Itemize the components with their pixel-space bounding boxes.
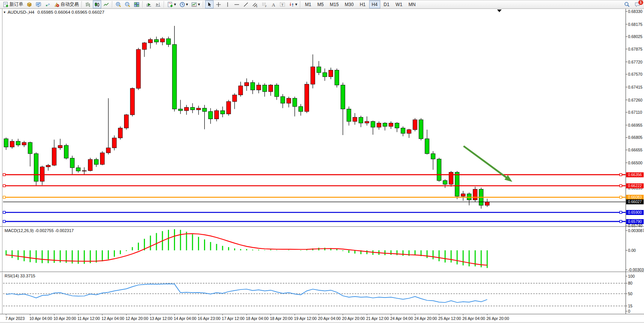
tile-windows-button[interactable] (132, 0, 141, 8)
button-label: M15 (330, 2, 338, 7)
timeframe-W1-button[interactable]: W1 (393, 0, 405, 8)
timeframe-H4-button[interactable]: H4 (369, 0, 380, 8)
price-axis-tick: 0.67415 (628, 85, 642, 89)
chevron-down-icon[interactable]: ▾ (186, 2, 188, 7)
timeframe-M30-button[interactable]: M30 (342, 0, 356, 8)
button-label: 新订单 (10, 1, 23, 8)
cursor-icon (206, 2, 212, 8)
candles-button[interactable] (93, 0, 101, 8)
macd-axis-tick: -0.003033 (628, 267, 644, 272)
signal-button[interactable] (43, 0, 52, 8)
timeframe-H1-button[interactable]: H1 (357, 0, 368, 8)
macd-histogram (6, 229, 487, 268)
chart-shift-button[interactable] (154, 0, 162, 8)
shapes-icon (289, 2, 295, 8)
toolbar: 新订单自动交易▾▾▾EFAT▾M1M5M15M30H1H4D1W1MN1 (0, 0, 644, 9)
text-button[interactable]: A (269, 0, 277, 8)
symbol-name: AUDUSD-,H4 (8, 10, 34, 14)
macd-name: MACD(12,26,9) (5, 228, 33, 233)
vline-icon (225, 2, 231, 8)
time-axis-label: 12 Apr 20:00 (126, 316, 148, 321)
search-button[interactable] (623, 1, 631, 9)
candles-icon (94, 2, 100, 8)
price-axis-tick: 0.68175 (628, 22, 642, 27)
line-chart-icon (103, 2, 109, 8)
timeframe-M1-button[interactable]: M1 (302, 0, 314, 8)
signal-icon (45, 2, 51, 8)
price-line-label: 0.65790 (626, 219, 644, 224)
candlestick-series (4, 26, 489, 208)
trend-arrow-annotation[interactable] (464, 146, 512, 182)
rsi-axis-tick: 0 (628, 309, 630, 313)
indicators-button[interactable]: ▾ (166, 0, 177, 8)
symbol-label: ▼AUDUSD-,H40.65985 0.66064 0.65965 0.660… (3, 10, 104, 14)
channel-button[interactable]: E (251, 0, 259, 8)
text-label-icon: T (279, 2, 285, 8)
symbol-dropdown-arrow[interactable]: ▼ (3, 11, 6, 14)
chevron-down-icon[interactable]: ▾ (295, 2, 298, 7)
chart-canvas[interactable] (0, 0, 644, 323)
time-axis-label: 26 Apr 20:00 (486, 316, 509, 321)
indicators-icon (167, 2, 173, 8)
vline-button[interactable] (223, 0, 232, 8)
zoom-out-button[interactable] (123, 0, 132, 8)
trendline-button[interactable] (242, 0, 250, 8)
time-axis-label: 24 Apr 20:00 (414, 316, 437, 321)
chart-shift-marker-icon[interactable] (497, 10, 502, 12)
price-axis-tick: 0.67110 (628, 110, 642, 115)
button-label: 自动交易 (61, 1, 79, 8)
market-watch-icon (35, 2, 41, 8)
price-axis-tick: 0.66955 (628, 123, 642, 127)
hline-button[interactable] (233, 0, 241, 8)
button-label: H1 (360, 2, 365, 7)
price-axis-tick: 0.66805 (628, 135, 642, 140)
autotrade-icon (54, 2, 60, 8)
market-watch-button[interactable] (34, 0, 43, 8)
chevron-down-icon[interactable]: ▾ (198, 2, 200, 7)
text-label-button[interactable]: T (278, 0, 287, 8)
mt4-window: 新订单自动交易▾▾▾EFAT▾M1M5M15M30H1H4D1W1MN1 ▼AU… (0, 0, 644, 323)
autotrade-button[interactable]: 自动交易 (53, 0, 80, 8)
chart-cube-button[interactable] (25, 0, 33, 8)
svg-text:E: E (256, 5, 258, 7)
rsi-axis-tick: 15 (628, 304, 633, 308)
button-label: M5 (317, 2, 324, 7)
bars-button[interactable] (84, 0, 92, 8)
timeframe-MN-button[interactable]: MN (406, 0, 418, 8)
time-axis-label: 20 Apr 04:00 (318, 316, 341, 321)
macd-label: MACD(12,26,9) -0.002755 -0.002317 (5, 228, 74, 233)
macd-values: -0.002755 -0.002317 (35, 228, 73, 233)
time-axis-label: 19 Apr 12:00 (294, 316, 317, 321)
channel-icon: E (252, 2, 258, 8)
axis-tick-marks (6, 11, 627, 315)
horizontal-line-objects[interactable] (3, 173, 626, 223)
fibonacci-button[interactable]: F (260, 0, 268, 8)
toolbar-separator (203, 1, 204, 8)
crosshair-icon (215, 2, 222, 8)
timeframe-D1-button[interactable]: D1 (381, 0, 392, 8)
fibonacci-icon: F (261, 2, 267, 8)
toolbar-separator (81, 1, 82, 8)
timeframe-M15-button[interactable]: M15 (327, 0, 341, 8)
templates-button[interactable]: ▾ (190, 0, 201, 8)
price-line-label: 0.66356 (626, 172, 644, 177)
cursor-button[interactable] (205, 0, 214, 8)
button-label: MN (408, 2, 416, 7)
zoom-in-button[interactable] (114, 0, 123, 8)
price-axis-tick: 0.67720 (628, 60, 642, 64)
chevron-down-icon[interactable]: ▾ (174, 2, 176, 7)
auto-scroll-button[interactable] (145, 0, 153, 8)
periods-button[interactable]: ▾ (178, 0, 190, 8)
crosshair-button[interactable] (214, 0, 223, 8)
shapes-button[interactable]: ▾ (287, 0, 299, 8)
chat-button[interactable]: 1 (633, 1, 642, 9)
zoom-out-icon (124, 2, 131, 8)
line-chart-button[interactable] (102, 0, 110, 8)
button-label: M1 (305, 2, 311, 7)
time-axis-label: 12 Apr 04:00 (102, 316, 124, 321)
panel-borders (0, 9, 644, 323)
timeframe-M5-button[interactable]: M5 (315, 0, 327, 8)
new-order-button[interactable]: 新订单 (2, 0, 24, 8)
time-axis-label: 10 Apr 04:00 (29, 316, 52, 321)
time-axis-label: 10 Apr 20:00 (53, 316, 76, 321)
